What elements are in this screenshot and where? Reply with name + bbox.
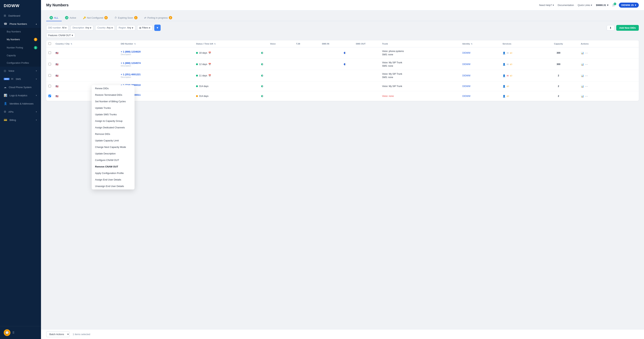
dropdown-item-config-profile[interactable]: Apply Configuration Profile (92, 170, 134, 176)
sidebar-item-logs[interactable]: 📊 Logs & Analytics ▼ (0, 91, 41, 99)
dropdown-item-restore[interactable]: Restore Terminated DIDs (92, 92, 134, 98)
row-checkbox[interactable] (48, 95, 51, 97)
chart-icon[interactable]: 📊 (581, 74, 584, 77)
dropdown-item-configure-cnam[interactable]: Configure CNAM OUT (92, 157, 134, 163)
cart-icon[interactable]: 🛒 0 (612, 4, 615, 6)
row-checkbox[interactable] (48, 85, 51, 87)
chart-icon[interactable]: 📊 (581, 52, 584, 54)
person-icon[interactable]: 👤 (502, 85, 506, 88)
identity-link[interactable]: DIDWW (462, 63, 470, 65)
quick-links-link[interactable]: Quick Links ▾ (578, 4, 592, 6)
sidebar-item-apis[interactable]: ⚙ APIs ▼ (0, 108, 41, 116)
row-checkbox-cell[interactable] (46, 59, 53, 70)
dropdown-item-billing-cycles[interactable]: Set Number of Billing Cycles (92, 98, 134, 105)
grid-icon[interactable]: ⠿ (12, 331, 14, 335)
sidebar-item-billing[interactable]: 💳 Billing ▼ (0, 116, 41, 124)
person-icon[interactable]: 👤 (502, 95, 506, 98)
country-city-header[interactable]: Country / City ⇅ (53, 40, 118, 47)
sidebar-item-sms[interactable]: NEW ✉ SMS ▼ (0, 75, 41, 83)
dropdown-item-remove-dids[interactable]: Remove DIDs (92, 131, 134, 137)
person-icon[interactable]: 👤 (502, 52, 506, 54)
dropdown-item-capacity-limit[interactable]: Update Capacity Limit (92, 137, 134, 144)
features-filter-tag[interactable]: Features CNAM OUT ▾ (46, 33, 75, 38)
person-icon[interactable]: 👤 (502, 74, 506, 77)
dropdown-item-description[interactable]: Update Description (92, 150, 134, 157)
envelope-icon[interactable]: ✉ (507, 63, 509, 66)
envelope-icon[interactable]: ✉ (507, 52, 509, 54)
row-checkbox-cell[interactable] (46, 47, 53, 59)
sidebar-item-voice[interactable]: ◎ Voice ▼ (0, 67, 41, 75)
did-link[interactable]: + 1 (888) 1234574 (121, 62, 192, 64)
row-checkbox[interactable] (48, 51, 51, 54)
sidebar-item-number-porting[interactable]: Number Porting 1 (0, 43, 41, 52)
tab-active[interactable]: 13 Active (62, 14, 80, 21)
sidebar-item-my-numbers[interactable]: My Numbers 7 (0, 35, 41, 43)
dropdown-item-capacity-mode[interactable]: Change Next Capacity Mode (92, 144, 134, 150)
apply-filter-button[interactable]: ▼ (154, 24, 161, 31)
did-number-header[interactable]: DID Number ⇅ (118, 40, 194, 47)
chat-button[interactable]: 💬 (4, 329, 10, 336)
more-actions-button[interactable]: ⋯ (585, 85, 588, 88)
tag-icon[interactable]: 🏷 (510, 74, 512, 77)
tab-all[interactable]: 15 ALL (46, 14, 62, 21)
tab-expiring[interactable]: ⏱ Expiring Soon 1 (111, 14, 141, 21)
did-number-filter[interactable]: DID number All ▾ (46, 25, 68, 30)
download-button[interactable]: ⬇ (607, 25, 614, 30)
dropdown-item-update-trunks[interactable]: Update Trunks (92, 105, 134, 111)
row-checkbox-cell[interactable] (46, 70, 53, 81)
envelope-red-icon[interactable]: ✉ (507, 74, 509, 77)
row-checkbox[interactable] (48, 63, 51, 65)
did-link[interactable]: + 1 (251) 4001221 (121, 73, 192, 76)
user-button[interactable]: DIDWW JS ▾ (619, 2, 639, 8)
did-link[interactable]: + 1 (888) 1234620 (121, 50, 192, 53)
select-all-checkbox[interactable] (48, 42, 51, 45)
tag-icon[interactable]: 🏷 (510, 63, 512, 66)
balance-button[interactable]: $9880.31 ▾ (596, 4, 608, 6)
dropdown-item-renew[interactable]: Renew DIDs (92, 85, 134, 92)
sidebar-item-identities[interactable]: 👤 Identities & Addresses (0, 99, 41, 108)
identity-link[interactable]: DIDWW (462, 74, 470, 77)
chart-icon[interactable]: 📊 (581, 63, 584, 66)
chart-icon[interactable]: 📊 (581, 85, 584, 88)
description-filter[interactable]: Description Any ▾ (70, 25, 93, 30)
batch-actions-select[interactable]: Batch Actions (46, 331, 70, 337)
dropdown-item-assign-end-user[interactable]: Assign End User Details (92, 176, 134, 183)
identity-link[interactable]: DIDWW (462, 85, 470, 87)
identity-link[interactable]: DIDWW (462, 95, 470, 97)
sidebar-item-config-profiles[interactable]: Configuration Profiles (0, 59, 41, 67)
row-checkbox-cell[interactable] (46, 81, 53, 91)
row-checkbox-cell[interactable] (46, 91, 53, 101)
person-icon[interactable]: 👤 (502, 63, 506, 66)
more-filters[interactable]: ⊞ Filters ▾ (137, 25, 152, 30)
tab-not-configured[interactable]: 🔑 Not Configured 6 (80, 14, 111, 21)
add-new-dids-button[interactable]: Add New DIDs (616, 25, 639, 31)
tag-icon[interactable]: 🏷 (507, 95, 509, 98)
chart-icon[interactable]: 📊 (581, 95, 584, 98)
more-actions-button[interactable]: ⋯ (585, 74, 588, 77)
documentation-link[interactable]: Documentation (558, 4, 574, 6)
more-actions-button[interactable]: ⋯ (585, 63, 588, 66)
dropdown-item-capacity-group[interactable]: Assign to Capacity Group (92, 118, 134, 124)
select-all-header[interactable] (46, 40, 53, 47)
need-help-link[interactable]: Need Help? ▾ (539, 4, 554, 6)
sidebar-item-phone-numbers[interactable]: ☎ Phone Numbers ▲ (0, 20, 41, 28)
tag-icon[interactable]: 🏷 (510, 52, 512, 54)
row-checkbox[interactable] (48, 74, 51, 77)
dropdown-item-unassign-end-user[interactable]: Unassign End User Details (92, 183, 134, 189)
sidebar-item-dashboard[interactable]: ⊞ Dashboard (0, 11, 41, 20)
sidebar-item-buy-numbers[interactable]: Buy Numbers (0, 28, 41, 35)
identity-header[interactable]: Identity ⇅ (460, 40, 500, 47)
country-filter[interactable]: Country Any ▾ (95, 25, 114, 30)
sidebar-item-capacity[interactable]: Capacity (0, 52, 41, 59)
dropdown-item-sms-trunks[interactable]: Update SMS Trunks (92, 111, 134, 118)
dropdown-item-remove-cnam[interactable]: Remove CNAM OUT (92, 163, 134, 170)
tab-porting[interactable]: ⇄ Porting in progress 2 (141, 14, 176, 21)
status-header[interactable]: Status / Time left ⇅ (194, 40, 259, 47)
more-actions-button[interactable]: ⋯ (585, 94, 588, 98)
sidebar-item-cloud-phone[interactable]: ☁ Cloud Phone System (0, 83, 41, 91)
identity-link[interactable]: DIDWW (462, 52, 470, 54)
more-actions-button[interactable]: ⋯ (585, 51, 588, 55)
tag-icon[interactable]: 🏷 (507, 85, 509, 88)
region-filter[interactable]: Region Any ▾ (117, 25, 135, 30)
dropdown-item-dedicated-channels[interactable]: Assign Dedicated Channels (92, 124, 134, 131)
